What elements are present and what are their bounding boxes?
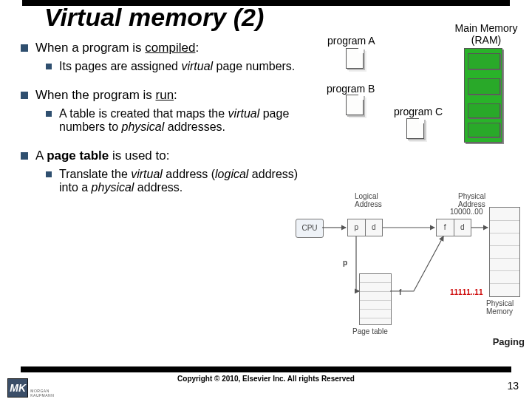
square-bullet-icon	[46, 64, 52, 69]
text: When a program is	[35, 41, 145, 55]
page-stack-icon	[406, 118, 424, 139]
italic-physical: physical	[92, 181, 134, 194]
footer-rule	[21, 366, 511, 372]
bullet-compiled: When a program is compiled:	[21, 41, 309, 55]
bold-pagetable: page table	[47, 149, 109, 163]
square-bullet-icon	[46, 171, 52, 177]
page-stack-icon	[346, 95, 364, 115]
body-text: When a program is compiled: Its pages ar…	[21, 41, 309, 197]
ram-cell	[468, 53, 500, 69]
bullet-run-sub: A table is created that maps the virtual…	[46, 107, 309, 134]
text: When the program is	[35, 88, 156, 102]
underline-run: run	[156, 88, 174, 102]
arrows-icon	[296, 192, 525, 347]
bullet-pagetable-sub: Translate the virtual address (logical a…	[46, 168, 309, 194]
ram-cell	[468, 103, 500, 118]
publisher-logo: MK MORGAN KAUFMANN	[7, 378, 66, 398]
text: page numbers.	[213, 60, 295, 72]
copyright-text: Copyright © 2010, Elsevier Inc. All righ…	[0, 375, 532, 383]
text: Translate the	[59, 168, 131, 180]
text: A table is created that maps the	[59, 107, 228, 120]
ram-box	[464, 48, 502, 143]
text: address.	[134, 181, 183, 194]
square-bullet-icon	[21, 44, 28, 52]
ram-cell	[468, 123, 500, 137]
text: A	[35, 149, 47, 163]
page-number: 13	[507, 380, 519, 392]
page-stack-icon	[346, 48, 364, 69]
memory-diagram: program A program B program C Main Memor…	[316, 22, 523, 140]
publisher-name: MORGAN KAUFMANN	[30, 389, 66, 398]
label-program-a: program A	[327, 35, 375, 47]
underline-compiled: compiled	[145, 41, 195, 55]
text: :	[174, 88, 177, 102]
label-main-memory: Main Memory (RAM)	[449, 22, 523, 46]
square-bullet-icon	[21, 92, 28, 99]
text: :	[195, 41, 199, 55]
bullet-run: When the program is run:	[21, 88, 309, 103]
italic-virtual: virtual	[131, 168, 163, 180]
text: Its pages are assigned	[59, 60, 181, 72]
text: is used to:	[109, 149, 169, 163]
italic-physical: physical	[121, 120, 164, 133]
square-bullet-icon	[21, 152, 28, 160]
text: address (	[163, 168, 215, 180]
paging-diagram: Logical Address Physical Address CPU p d…	[296, 192, 525, 347]
italic-logical: logical	[215, 168, 248, 180]
mk-logo-icon: MK	[7, 378, 28, 398]
italic-virtual: virtual	[181, 60, 213, 72]
text: Main Memory	[455, 22, 518, 34]
bullet-pagetable: A page table is used to:	[21, 149, 309, 163]
italic-virtual: virtual	[228, 107, 260, 120]
label-program-c: program C	[394, 106, 443, 117]
bullet-compiled-sub: Its pages are assigned virtual page numb…	[46, 60, 309, 73]
square-bullet-icon	[46, 111, 52, 117]
text: (RAM)	[471, 34, 501, 46]
text: addresses.	[164, 120, 225, 133]
label-program-b: program B	[327, 83, 375, 95]
slide-title: Virtual memory (2)	[44, 3, 264, 32]
ram-cell	[468, 78, 500, 95]
